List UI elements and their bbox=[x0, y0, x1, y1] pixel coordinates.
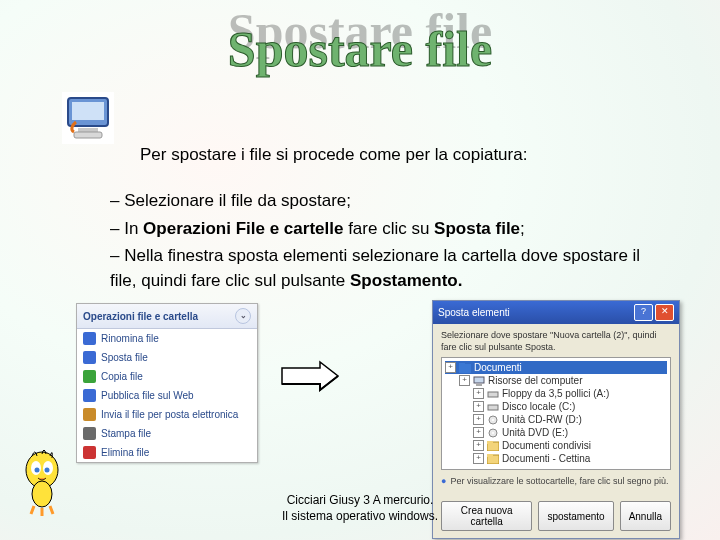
file-action-icon bbox=[83, 427, 96, 440]
expand-icon[interactable]: + bbox=[459, 375, 470, 386]
tree-item-label: Unità CD-RW (D:) bbox=[502, 414, 582, 425]
expand-icon[interactable]: + bbox=[473, 401, 484, 412]
move-items-dialog: Sposta elementi ? ✕ Selezionare dove spo… bbox=[432, 300, 680, 539]
operations-panel-title: Operazioni file e cartella bbox=[83, 311, 198, 322]
operations-item-label: Elimina file bbox=[101, 447, 149, 458]
file-action-icon bbox=[83, 408, 96, 421]
bullet-item: Selezionare il file da spostare; bbox=[110, 189, 660, 214]
title-main-text: Spostare file bbox=[228, 20, 492, 78]
tree-item[interactable]: +Risorse del computer bbox=[445, 374, 667, 387]
operations-item-label: Pubblica file sul Web bbox=[101, 390, 194, 401]
dialog-titlebar: Sposta elementi ? ✕ bbox=[433, 301, 679, 324]
svg-rect-8 bbox=[488, 392, 498, 397]
file-action-icon bbox=[83, 446, 96, 459]
dialog-hint: ● Per visualizzare le sottocartelle, far… bbox=[441, 476, 671, 486]
tree-item-label: Documenti bbox=[474, 362, 522, 373]
tree-item-label: Floppy da 3,5 pollici (A:) bbox=[502, 388, 609, 399]
footer: Cicciari Giusy 3 A mercurio. Il sistema … bbox=[282, 491, 438, 524]
drive-icon bbox=[487, 389, 499, 399]
svg-rect-6 bbox=[474, 377, 484, 383]
move-button[interactable]: spostamento bbox=[538, 501, 613, 531]
operations-item[interactable]: Rinomina file bbox=[77, 329, 257, 348]
operations-item-label: Invia il file per posta elettronica bbox=[101, 409, 238, 420]
tweety-bird-icon bbox=[12, 448, 72, 518]
operations-panel: Operazioni file e cartella ⌄ Rinomina fi… bbox=[76, 303, 258, 463]
svg-point-23 bbox=[32, 481, 52, 507]
operations-item[interactable]: Copia file bbox=[77, 367, 257, 386]
operations-item[interactable]: Stampa file bbox=[77, 424, 257, 443]
expand-icon[interactable]: + bbox=[473, 414, 484, 425]
cd-icon bbox=[487, 428, 499, 438]
file-action-icon bbox=[83, 332, 96, 345]
operations-item[interactable]: Invia il file per posta elettronica bbox=[77, 405, 257, 424]
footer-line-2: Il sistema operativo windows. bbox=[282, 508, 438, 524]
svg-rect-15 bbox=[487, 441, 493, 444]
collapse-icon[interactable]: ⌄ bbox=[235, 308, 251, 324]
operations-item-label: Sposta file bbox=[101, 352, 148, 363]
svg-point-11 bbox=[492, 419, 494, 421]
dialog-button-row: Crea nuova cartella spostamento Annulla bbox=[433, 496, 679, 538]
file-action-icon bbox=[83, 389, 96, 402]
tree-item[interactable]: +Documenti bbox=[445, 361, 667, 374]
dialog-title: Sposta elementi bbox=[438, 307, 510, 318]
folder-tree[interactable]: +Documenti+Risorse del computer+Floppy d… bbox=[441, 357, 671, 470]
expand-icon[interactable]: + bbox=[473, 453, 484, 464]
expand-icon[interactable]: + bbox=[445, 362, 456, 373]
file-action-icon bbox=[83, 370, 96, 383]
tree-item-label: Risorse del computer bbox=[488, 375, 582, 386]
arrow-icon bbox=[280, 360, 340, 392]
folder-icon bbox=[487, 441, 499, 451]
operations-item-label: Rinomina file bbox=[101, 333, 159, 344]
tree-item[interactable]: +Disco locale (C:) bbox=[445, 400, 667, 413]
tree-item-label: Documenti condivisi bbox=[502, 440, 591, 451]
folder-blue-icon bbox=[459, 363, 471, 373]
bullet-item: Nella finestra sposta elementi seleziona… bbox=[110, 244, 660, 293]
svg-point-22 bbox=[45, 468, 50, 473]
drive-icon bbox=[487, 402, 499, 412]
svg-rect-17 bbox=[487, 454, 493, 457]
tree-item[interactable]: +Unità CD-RW (D:) bbox=[445, 413, 667, 426]
cd-icon bbox=[487, 415, 499, 425]
bullet-item: In Operazioni File e cartelle fare clic … bbox=[110, 217, 660, 242]
tree-item[interactable]: +Documenti condivisi bbox=[445, 439, 667, 452]
svg-point-13 bbox=[492, 432, 494, 434]
operations-panel-header[interactable]: Operazioni file e cartella ⌄ bbox=[77, 304, 257, 329]
file-action-icon bbox=[83, 351, 96, 364]
tree-item-label: Unità DVD (E:) bbox=[502, 427, 568, 438]
bullet-list: Selezionare il file da spostare; In Oper… bbox=[70, 189, 660, 297]
tree-item-label: Documenti - Cettina bbox=[502, 453, 590, 464]
svg-rect-5 bbox=[459, 363, 465, 366]
operations-item[interactable]: Pubblica file sul Web bbox=[77, 386, 257, 405]
svg-rect-1 bbox=[72, 102, 104, 120]
operations-item-label: Copia file bbox=[101, 371, 143, 382]
operations-item-label: Stampa file bbox=[101, 428, 151, 439]
tree-item[interactable]: +Unità DVD (E:) bbox=[445, 426, 667, 439]
tree-item[interactable]: +Floppy da 3,5 pollici (A:) bbox=[445, 387, 667, 400]
intro-text: Per spostare i file si procede come per … bbox=[140, 145, 527, 165]
dialog-hint-text: Per visualizzare le sottocartelle, fare … bbox=[450, 476, 668, 486]
new-folder-button[interactable]: Crea nuova cartella bbox=[441, 501, 532, 531]
tree-item[interactable]: +Documenti - Cettina bbox=[445, 452, 667, 465]
svg-rect-2 bbox=[78, 128, 98, 132]
expand-icon[interactable]: + bbox=[473, 427, 484, 438]
slide-title-block: Spostare file Spostare file bbox=[0, 0, 720, 78]
help-button[interactable]: ? bbox=[634, 304, 653, 321]
cancel-button[interactable]: Annulla bbox=[620, 501, 671, 531]
dialog-instruction: Selezionare dove spostare "Nuova cartell… bbox=[441, 330, 671, 353]
footer-line-1: Cicciari Giusy 3 A mercurio. bbox=[282, 492, 438, 508]
expand-icon[interactable]: + bbox=[473, 440, 484, 451]
tree-item-label: Disco locale (C:) bbox=[502, 401, 575, 412]
computer-monitor-icon bbox=[62, 92, 114, 144]
folder-icon bbox=[487, 454, 499, 464]
svg-rect-3 bbox=[74, 132, 102, 138]
info-icon: ● bbox=[441, 476, 446, 486]
computer-icon bbox=[473, 376, 485, 386]
operations-item[interactable]: Sposta file bbox=[77, 348, 257, 367]
close-button[interactable]: ✕ bbox=[655, 304, 674, 321]
svg-rect-7 bbox=[476, 384, 482, 386]
operations-item[interactable]: Elimina file bbox=[77, 443, 257, 462]
svg-rect-9 bbox=[488, 405, 498, 410]
expand-icon[interactable]: + bbox=[473, 388, 484, 399]
svg-point-21 bbox=[35, 468, 40, 473]
